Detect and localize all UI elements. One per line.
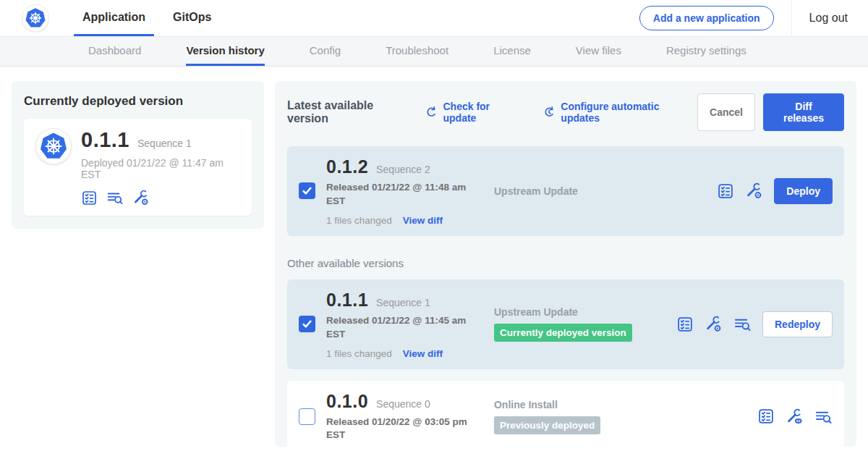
currently-deployed-badge: Currently deployed version (494, 324, 632, 342)
view-diff-link[interactable]: View diff (403, 215, 443, 226)
tab-dashboard[interactable]: Dashboard (88, 37, 141, 66)
sequence-label: Sequence 0 (376, 398, 430, 410)
tab-application[interactable]: Application (74, 0, 154, 36)
tab-troubleshoot[interactable]: Troubleshoot (386, 37, 448, 66)
config-edit-icon[interactable] (132, 189, 150, 206)
deployed-timestamp: Deployed 01/21/22 @ 11:47 am EST (81, 157, 240, 180)
config-edit-icon[interactable] (745, 182, 763, 200)
version-number: 0.1.1 (326, 290, 368, 311)
tab-gitops[interactable]: GitOps (164, 0, 220, 36)
files-changed-label: 1 files changed (326, 215, 392, 226)
deployed-version-card: 0.1.1 Sequence 1 Deployed 01/21/22 @ 11:… (24, 119, 252, 216)
kubernetes-logo-icon (25, 7, 46, 29)
app-logo (22, 4, 49, 32)
tab-config[interactable]: Config (310, 37, 341, 66)
logs-icon[interactable] (106, 189, 124, 206)
version-source-label: Upstream Update (494, 306, 676, 318)
config-view-icon[interactable] (786, 408, 804, 426)
configure-automatic-updates-link[interactable]: Configure automatic updates (542, 101, 697, 124)
main-content: Currently deployed version 0.1.1 Sequenc… (0, 67, 868, 447)
version-source-label: Upstream Update (494, 185, 676, 197)
version-history-panel: Latest available version Check for updat… (275, 81, 856, 447)
version-source-label: Online Install (494, 399, 676, 410)
release-notes-icon[interactable] (676, 316, 694, 333)
top-nav: Application GitOps Add a new application… (0, 0, 868, 36)
add-new-application-button[interactable]: Add a new application (639, 6, 774, 30)
redeploy-button[interactable]: Redeploy (762, 311, 833, 337)
check-for-update-link[interactable]: Check for update (425, 101, 524, 124)
logout-button[interactable]: Log out (791, 0, 848, 36)
version-row-0-1-1: 0.1.1 Sequence 1 Released 01/21/22 @ 11:… (287, 279, 844, 369)
tab-version-history[interactable]: Version history (186, 37, 264, 66)
files-changed-label: 1 files changed (326, 348, 392, 359)
deployed-card-title: Currently deployed version (24, 94, 252, 109)
deployed-version-number: 0.1.1 (81, 128, 129, 152)
release-notes-icon[interactable] (757, 408, 775, 425)
refresh-icon (425, 106, 438, 119)
app-avatar (35, 128, 72, 164)
release-notes-icon[interactable] (717, 182, 734, 200)
released-timestamp: Released 01/21/22 @ 11:48 am EST (326, 181, 469, 209)
diff-releases-button[interactable]: Diff releases (763, 93, 844, 131)
deployed-sequence-label: Sequence 1 (137, 138, 192, 149)
config-edit-icon[interactable] (705, 315, 723, 333)
deploy-button[interactable]: Deploy (774, 178, 833, 204)
version-row-0-1-2: 0.1.2 Sequence 2 Released 01/21/22 @ 11:… (287, 146, 844, 236)
logs-icon[interactable] (733, 315, 752, 333)
view-diff-link[interactable]: View diff (403, 348, 443, 359)
previously-deployed-badge: Previously deployed (494, 416, 600, 434)
cancel-button[interactable]: Cancel (697, 93, 755, 131)
app-sub-nav: Dashboard Version history Config Trouble… (0, 36, 868, 67)
sequence-label: Sequence 1 (376, 297, 430, 308)
logs-icon[interactable] (814, 408, 833, 426)
other-available-versions-title: Other available versions (287, 257, 844, 269)
sequence-label: Sequence 2 (376, 164, 430, 175)
tab-view-files[interactable]: View files (576, 37, 621, 66)
released-timestamp: Released 01/21/22 @ 11:45 am EST (326, 314, 469, 342)
auto-update-clock-icon (542, 106, 556, 119)
version-row-0-1-0: 0.1.0 Sequence 0 Released 01/20/22 @ 03:… (287, 381, 844, 453)
version-checkbox[interactable] (299, 316, 315, 332)
tab-registry-settings[interactable]: Registry settings (666, 37, 746, 66)
version-checkbox[interactable] (299, 182, 315, 199)
currently-deployed-card: Currently deployed version 0.1.1 Sequenc… (12, 81, 264, 229)
tab-license[interactable]: License (493, 37, 531, 66)
top-nav-tabs: Application GitOps (74, 0, 220, 36)
version-checkbox[interactable] (299, 408, 315, 425)
released-timestamp: Released 01/20/22 @ 03:05 pm EST (326, 416, 469, 443)
kubernetes-logo-icon (39, 132, 68, 161)
version-number: 0.1.0 (326, 391, 368, 412)
version-number: 0.1.2 (326, 156, 368, 177)
release-notes-icon[interactable] (81, 190, 98, 206)
latest-available-title: Latest available version (287, 99, 414, 125)
